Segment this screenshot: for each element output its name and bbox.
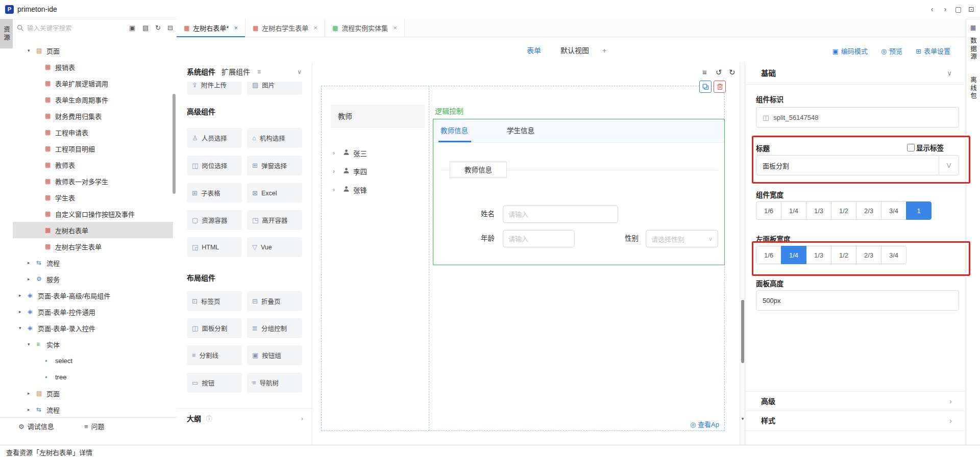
title-input[interactable] bbox=[756, 162, 939, 169]
palette-item-org-select[interactable]: ⌂机构选择 bbox=[247, 128, 302, 148]
caret-icon[interactable]: ▸ bbox=[28, 391, 36, 396]
tree-item[interactable]: ▸⇆流程 bbox=[13, 254, 173, 271]
caret-icon[interactable]: ▸ bbox=[28, 276, 36, 282]
expand-icon[interactable]: › bbox=[333, 149, 343, 157]
teacher-tree-item[interactable]: › 张锋 bbox=[333, 181, 367, 198]
palette-item-collapse[interactable]: ⊟折叠页 bbox=[247, 291, 302, 311]
tree-item[interactable]: ▾▤页面 bbox=[13, 42, 173, 59]
restore-icon[interactable]: ▢ bbox=[952, 0, 964, 19]
tree-item[interactable]: ▦左树右学生表单 bbox=[13, 238, 173, 254]
binding-toggle-button[interactable]: V bbox=[939, 156, 959, 175]
palette-item-html[interactable]: ◲HTML bbox=[187, 237, 242, 257]
editor-tab-active[interactable]: ▦ 左树右表单* × bbox=[177, 19, 246, 37]
palette-item-vue[interactable]: ▽Vue bbox=[247, 237, 302, 257]
tree-item[interactable]: ▦表单扩展逻辑调用 bbox=[13, 75, 173, 91]
left-width-option-selected[interactable]: 1/4 bbox=[781, 246, 806, 264]
palette-item-post-select[interactable]: ◫岗位选择 bbox=[187, 156, 242, 175]
tree-item[interactable]: ▦工程项目明细 bbox=[13, 140, 173, 157]
palette-menu-icon[interactable]: ≡ bbox=[257, 62, 261, 82]
tab-student-info[interactable]: 学生信息 bbox=[507, 119, 534, 142]
rail-tab-datasource[interactable]: 数据源 bbox=[968, 37, 978, 61]
section-advanced[interactable]: 高级 › bbox=[745, 391, 966, 411]
preview-button[interactable]: ◎预览 bbox=[881, 46, 902, 56]
gender-select[interactable]: 请选择性别 ∨ bbox=[646, 230, 718, 247]
caret-icon[interactable]: ▸ bbox=[19, 309, 28, 314]
code-mode-button[interactable]: ▣编码模式 bbox=[832, 46, 867, 56]
age-field-input[interactable] bbox=[503, 230, 575, 247]
left-width-option[interactable]: 1/6 bbox=[756, 246, 781, 264]
width-option[interactable]: 3/4 bbox=[881, 201, 906, 220]
palette-item-button[interactable]: ▭按钮 bbox=[187, 373, 242, 393]
editor-tab[interactable]: ▦ 左树右学生表单 × bbox=[246, 19, 325, 37]
panel-split-divider[interactable] bbox=[429, 86, 429, 431]
locate-resource-icon[interactable]: ▣ bbox=[129, 19, 135, 37]
palette-item-excel[interactable]: ⊠Excel bbox=[247, 183, 302, 203]
problems-button[interactable]: ≡问题 bbox=[84, 421, 105, 433]
caret-icon[interactable]: ▾ bbox=[28, 342, 36, 347]
section-style[interactable]: 样式 › bbox=[745, 411, 966, 431]
tab-extension-components[interactable]: 扩展组件 bbox=[222, 62, 250, 82]
panel-height-input[interactable] bbox=[756, 297, 959, 304]
tree-item[interactable]: ▾◈页面-表单-录入控件 bbox=[13, 320, 173, 336]
view-app-link[interactable]: ◎ 查看Ap bbox=[690, 419, 719, 429]
outline-icon[interactable]: ≡ bbox=[702, 68, 707, 76]
left-width-option[interactable]: 1/3 bbox=[806, 246, 831, 264]
debug-info-button[interactable]: ⚙调试信息 bbox=[18, 421, 54, 433]
tree-item[interactable]: ▦工程申请表 bbox=[13, 124, 173, 140]
width-option[interactable]: 1/2 bbox=[831, 201, 856, 220]
selected-tab-container[interactable]: 教师信息 学生信息 教师信息 姓名 年龄 性别 请选择性别 ∨ bbox=[433, 119, 725, 265]
width-option[interactable]: 2/3 bbox=[856, 201, 881, 220]
tree-item[interactable]: ▸⇆流程 bbox=[13, 401, 173, 418]
show-label-checkbox[interactable] bbox=[907, 144, 915, 151]
left-width-option[interactable]: 3/4 bbox=[881, 246, 906, 264]
tab-teacher-info[interactable]: 教师信息 bbox=[440, 119, 468, 142]
tab-close-icon[interactable]: × bbox=[234, 24, 238, 32]
undo-icon[interactable]: ↺ bbox=[716, 68, 722, 77]
expand-icon[interactable]: › bbox=[333, 168, 343, 175]
tree-item[interactable]: ●tree bbox=[13, 369, 173, 385]
caret-icon[interactable]: ▾ bbox=[28, 48, 36, 53]
scrollbar-thumb[interactable] bbox=[741, 300, 744, 363]
tree-item[interactable]: ▦财务费用归集表 bbox=[13, 108, 173, 124]
palette-collapse-icon[interactable]: ∨ bbox=[297, 62, 302, 82]
tree-item-selected[interactable]: ▦左树右表单 bbox=[13, 222, 173, 238]
teacher-tree-item[interactable]: › 张三 bbox=[333, 144, 367, 162]
tab-close-icon[interactable]: × bbox=[313, 24, 317, 32]
outline-expand-icon[interactable]: › bbox=[301, 408, 303, 429]
tree-item[interactable]: ▦报销表 bbox=[13, 59, 173, 75]
comp-id-field[interactable]: ◫ split_56147548 bbox=[756, 107, 959, 127]
palette-item-popup-select[interactable]: ⊞弹窗选择 bbox=[247, 156, 302, 175]
left-width-option[interactable]: 1/2 bbox=[831, 246, 856, 264]
tree-item[interactable]: ▦教师表 bbox=[13, 157, 173, 173]
width-option[interactable]: 1/4 bbox=[781, 201, 806, 220]
refresh-icon[interactable]: ↻ bbox=[155, 19, 161, 37]
collapse-all-icon[interactable]: ⊟ bbox=[167, 19, 173, 37]
palette-item-nav-tree[interactable]: ≡导航树 bbox=[247, 373, 302, 393]
tree-item[interactable]: ▦教师表一对多学生 bbox=[13, 173, 173, 189]
palette-item-gaokai-container[interactable]: ◳高开容器 bbox=[247, 210, 302, 230]
delete-component-button[interactable] bbox=[714, 81, 726, 93]
width-option-selected[interactable]: 1 bbox=[906, 201, 932, 220]
palette-item-resource-container[interactable]: ▢资源容器 bbox=[187, 210, 242, 230]
sidebar-scrollbar[interactable] bbox=[173, 94, 176, 194]
width-option[interactable]: 1/3 bbox=[806, 201, 831, 220]
width-option[interactable]: 1/6 bbox=[756, 201, 781, 220]
caret-icon[interactable]: ▸ bbox=[28, 260, 36, 265]
palette-item-panel-split[interactable]: ◫面板分割 bbox=[187, 318, 242, 338]
section-basic[interactable]: 基础 ∨ bbox=[745, 62, 966, 85]
palette-item-attachment-upload[interactable]: ⇪附件上传 bbox=[187, 82, 242, 95]
folder-icon[interactable]: ▤ bbox=[142, 19, 149, 37]
tree-item[interactable]: ▸◈页面-表单-高级/布局组件 bbox=[13, 287, 173, 303]
tab-form-view[interactable]: 表单 bbox=[527, 37, 541, 64]
save-icon[interactable]: ⊡ bbox=[966, 0, 977, 19]
tree-item[interactable]: ▦自定义窗口操作按钮及事件 bbox=[13, 206, 173, 222]
tree-item[interactable]: ▦表单生命周期事件 bbox=[13, 91, 173, 108]
teacher-tree-item[interactable]: › 李四 bbox=[333, 163, 367, 180]
tab-default-view[interactable]: 默认视图 bbox=[560, 37, 589, 64]
caret-icon[interactable]: ▾ bbox=[19, 325, 28, 330]
name-field-input[interactable] bbox=[503, 206, 618, 223]
editor-tab[interactable]: ▦ 流程实例实体集 × bbox=[325, 19, 405, 37]
search-input[interactable] bbox=[26, 23, 120, 34]
palette-item-image[interactable]: ▨图片 bbox=[247, 82, 302, 95]
section-title-box[interactable]: 教师信息 bbox=[450, 162, 507, 178]
